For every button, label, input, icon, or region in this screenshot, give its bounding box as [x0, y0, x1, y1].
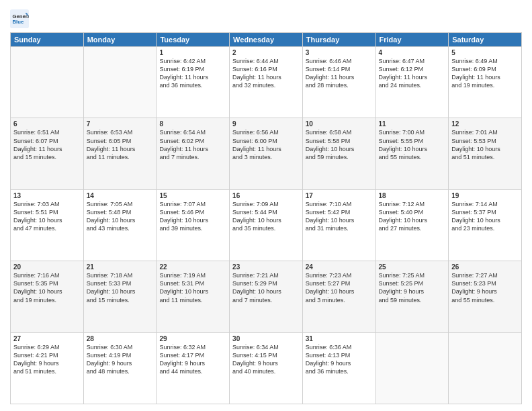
day-content: Sunrise: 6:54 AM Sunset: 6:02 PM Dayligh…: [159, 128, 226, 161]
day-content: Sunrise: 7:18 AM Sunset: 5:33 PM Dayligh…: [87, 271, 154, 304]
calendar-cell: 18Sunrise: 7:12 AM Sunset: 5:40 PM Dayli…: [375, 189, 449, 261]
day-number: 20: [13, 263, 81, 271]
calendar-page: General Blue SundayMondayTuesdayWednesda…: [0, 0, 532, 411]
day-number: 3: [306, 49, 373, 56]
calendar-cell: 4Sunrise: 6:47 AM Sunset: 6:12 PM Daylig…: [375, 47, 449, 118]
day-content: Sunrise: 7:10 AM Sunset: 5:42 PM Dayligh…: [306, 200, 373, 233]
day-content: Sunrise: 7:14 AM Sunset: 5:37 PM Dayligh…: [451, 200, 519, 233]
logo: General Blue: [10, 9, 30, 28]
day-number: 21: [87, 263, 154, 271]
day-number: 11: [379, 120, 446, 128]
day-number: 29: [159, 335, 226, 342]
day-content: Sunrise: 6:53 AM Sunset: 6:05 PM Dayligh…: [87, 128, 154, 161]
day-number: 1: [159, 49, 226, 56]
day-content: Sunrise: 7:01 AM Sunset: 5:53 PM Dayligh…: [451, 128, 519, 161]
day-number: 6: [13, 120, 81, 128]
calendar-cell: 13Sunrise: 7:03 AM Sunset: 5:51 PM Dayli…: [11, 189, 84, 261]
day-content: Sunrise: 6:32 AM Sunset: 4:17 PM Dayligh…: [159, 343, 226, 376]
day-content: Sunrise: 6:30 AM Sunset: 4:19 PM Dayligh…: [87, 343, 154, 376]
calendar-cell: 10Sunrise: 6:58 AM Sunset: 5:58 PM Dayli…: [302, 118, 375, 189]
calendar-cell: 27Sunrise: 6:29 AM Sunset: 4:21 PM Dayli…: [11, 332, 84, 404]
day-content: Sunrise: 6:42 AM Sunset: 6:19 PM Dayligh…: [159, 57, 226, 90]
weekday-header-saturday: Saturday: [449, 33, 522, 47]
weekday-header-monday: Monday: [83, 33, 157, 47]
calendar-cell: 15Sunrise: 7:07 AM Sunset: 5:46 PM Dayli…: [157, 189, 230, 261]
day-number: 28: [87, 335, 154, 342]
logo-icon: General Blue: [10, 9, 29, 28]
calendar-cell: 16Sunrise: 7:09 AM Sunset: 5:44 PM Dayli…: [230, 189, 303, 261]
calendar-cell: 2Sunrise: 6:44 AM Sunset: 6:16 PM Daylig…: [230, 47, 303, 118]
day-number: 24: [306, 263, 373, 271]
calendar-cell: 30Sunrise: 6:34 AM Sunset: 4:15 PM Dayli…: [230, 332, 303, 404]
calendar-cell: 6Sunrise: 6:51 AM Sunset: 6:07 PM Daylig…: [11, 118, 84, 189]
weekday-header-thursday: Thursday: [302, 33, 375, 47]
day-number: 7: [87, 120, 154, 128]
day-number: 8: [159, 120, 226, 128]
day-number: 4: [379, 49, 446, 56]
day-number: 14: [87, 192, 154, 199]
day-content: Sunrise: 7:27 AM Sunset: 5:23 PM Dayligh…: [451, 271, 519, 304]
weekday-header-row: SundayMondayTuesdayWednesdayThursdayFrid…: [11, 33, 522, 47]
calendar-cell: 19Sunrise: 7:14 AM Sunset: 5:37 PM Dayli…: [449, 189, 522, 261]
day-number: 12: [451, 120, 519, 128]
day-number: 27: [13, 335, 81, 342]
calendar-cell: 31Sunrise: 6:36 AM Sunset: 4:13 PM Dayli…: [302, 332, 375, 404]
day-content: Sunrise: 7:23 AM Sunset: 5:27 PM Dayligh…: [306, 271, 373, 304]
calendar-header: SundayMondayTuesdayWednesdayThursdayFrid…: [11, 33, 522, 47]
day-number: 22: [159, 263, 226, 271]
calendar-cell: 5Sunrise: 6:49 AM Sunset: 6:09 PM Daylig…: [449, 47, 522, 118]
weekday-header-tuesday: Tuesday: [157, 33, 230, 47]
day-number: 25: [379, 263, 446, 271]
calendar-cell: 23Sunrise: 7:21 AM Sunset: 5:29 PM Dayli…: [230, 261, 303, 332]
day-content: Sunrise: 6:47 AM Sunset: 6:12 PM Dayligh…: [379, 57, 446, 90]
day-number: 2: [232, 49, 300, 56]
calendar-table: SundayMondayTuesdayWednesdayThursdayFrid…: [10, 32, 522, 404]
day-content: Sunrise: 6:58 AM Sunset: 5:58 PM Dayligh…: [306, 128, 373, 161]
calendar-cell: 11Sunrise: 7:00 AM Sunset: 5:55 PM Dayli…: [375, 118, 449, 189]
header: General Blue: [10, 7, 522, 28]
day-number: 31: [306, 335, 373, 342]
day-number: 13: [13, 192, 81, 199]
svg-text:Blue: Blue: [13, 19, 24, 25]
day-content: Sunrise: 7:09 AM Sunset: 5:44 PM Dayligh…: [232, 200, 300, 233]
day-number: 15: [159, 192, 226, 199]
weekday-header-friday: Friday: [375, 33, 449, 47]
calendar-cell: 1Sunrise: 6:42 AM Sunset: 6:19 PM Daylig…: [157, 47, 230, 118]
day-number: 23: [232, 263, 300, 271]
day-content: Sunrise: 6:29 AM Sunset: 4:21 PM Dayligh…: [13, 343, 81, 376]
calendar-cell: 9Sunrise: 6:56 AM Sunset: 6:00 PM Daylig…: [230, 118, 303, 189]
day-content: Sunrise: 6:51 AM Sunset: 6:07 PM Dayligh…: [13, 128, 81, 161]
day-number: 10: [306, 120, 373, 128]
calendar-cell: 7Sunrise: 6:53 AM Sunset: 6:05 PM Daylig…: [83, 118, 157, 189]
calendar-cell: 26Sunrise: 7:27 AM Sunset: 5:23 PM Dayli…: [449, 261, 522, 332]
day-content: Sunrise: 7:03 AM Sunset: 5:51 PM Dayligh…: [13, 200, 81, 233]
day-number: 19: [451, 192, 519, 199]
calendar-cell: [375, 332, 449, 404]
calendar-cell: [83, 47, 157, 118]
calendar-cell: 20Sunrise: 7:16 AM Sunset: 5:35 PM Dayli…: [11, 261, 84, 332]
day-content: Sunrise: 7:25 AM Sunset: 5:25 PM Dayligh…: [379, 271, 446, 304]
calendar-cell: 12Sunrise: 7:01 AM Sunset: 5:53 PM Dayli…: [449, 118, 522, 189]
calendar-cell: 14Sunrise: 7:05 AM Sunset: 5:48 PM Dayli…: [83, 189, 157, 261]
calendar-cell: 29Sunrise: 6:32 AM Sunset: 4:17 PM Dayli…: [157, 332, 230, 404]
day-content: Sunrise: 7:05 AM Sunset: 5:48 PM Dayligh…: [87, 200, 154, 233]
weekday-header-wednesday: Wednesday: [230, 33, 303, 47]
week-row-0: 1Sunrise: 6:42 AM Sunset: 6:19 PM Daylig…: [11, 47, 522, 118]
calendar-cell: 22Sunrise: 7:19 AM Sunset: 5:31 PM Dayli…: [157, 261, 230, 332]
week-row-2: 13Sunrise: 7:03 AM Sunset: 5:51 PM Dayli…: [11, 189, 522, 261]
day-content: Sunrise: 6:46 AM Sunset: 6:14 PM Dayligh…: [306, 57, 373, 90]
day-number: 30: [232, 335, 300, 342]
calendar-cell: 3Sunrise: 6:46 AM Sunset: 6:14 PM Daylig…: [302, 47, 375, 118]
day-content: Sunrise: 6:49 AM Sunset: 6:09 PM Dayligh…: [451, 57, 519, 90]
day-content: Sunrise: 6:36 AM Sunset: 4:13 PM Dayligh…: [306, 343, 373, 376]
day-content: Sunrise: 6:56 AM Sunset: 6:00 PM Dayligh…: [232, 128, 300, 161]
calendar-cell: 28Sunrise: 6:30 AM Sunset: 4:19 PM Dayli…: [83, 332, 157, 404]
day-content: Sunrise: 7:00 AM Sunset: 5:55 PM Dayligh…: [379, 128, 446, 161]
day-content: Sunrise: 7:16 AM Sunset: 5:35 PM Dayligh…: [13, 271, 81, 304]
weekday-header-sunday: Sunday: [11, 33, 84, 47]
calendar-cell: 21Sunrise: 7:18 AM Sunset: 5:33 PM Dayli…: [83, 261, 157, 332]
week-row-3: 20Sunrise: 7:16 AM Sunset: 5:35 PM Dayli…: [11, 261, 522, 332]
week-row-1: 6Sunrise: 6:51 AM Sunset: 6:07 PM Daylig…: [11, 118, 522, 189]
day-content: Sunrise: 6:34 AM Sunset: 4:15 PM Dayligh…: [232, 343, 300, 376]
day-content: Sunrise: 7:07 AM Sunset: 5:46 PM Dayligh…: [159, 200, 226, 233]
